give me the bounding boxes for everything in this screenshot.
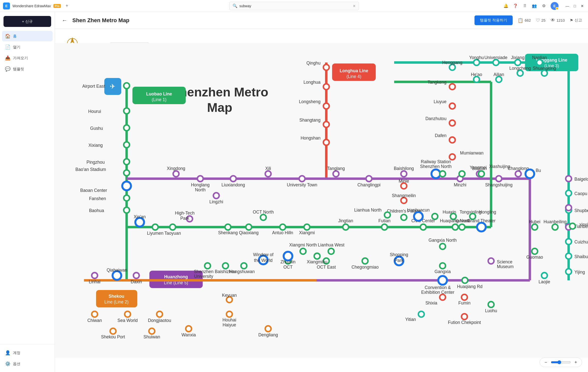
svg-point-99 [265,171,271,177]
svg-text:Bao'an Stadium: Bao'an Stadium [75,167,106,172]
svg-text:Shixia: Shixia [425,300,437,305]
svg-text:Xiangmihu: Xiangmihu [307,259,328,264]
svg-text:Xingdong: Xingdong [167,166,185,171]
svg-text:High-Tech: High-Tech [175,211,195,216]
svg-point-237 [225,224,231,230]
svg-text:OCT: OCT [283,265,293,270]
svg-point-185 [532,248,538,254]
svg-text:Shangshuijing: Shangshuijing [485,182,513,187]
svg-text:(Line 1): (Line 1) [152,97,166,102]
svg-point-131 [515,60,521,65]
zoom-controls: − + [540,358,582,367]
apps-icon[interactable]: ⠿ [522,3,528,9]
sidebar-item-options[interactable]: ⚙️ 옵션 [2,359,53,369]
settings-icon[interactable]: ⚙ [541,3,547,9]
svg-text:Chegongmiao: Chegongmiao [352,265,379,270]
bell-icon[interactable]: 🔔 [503,3,509,9]
svg-point-199 [459,224,465,230]
svg-point-145 [323,65,329,70]
sidebar-item-account[interactable]: 👤 계정 [2,348,53,358]
stats-row: 템플릿 적용하기 📋 662 ♡ 25 👁 1210 ⚑ 신고 [474,15,582,25]
svg-text:Nanlian: Nanlian [532,55,547,60]
svg-text:Longhua Line: Longhua Line [340,68,368,73]
zoom-out-button[interactable]: − [543,359,549,365]
svg-point-71 [205,263,210,269]
svg-text:Fution Chekpoint: Fution Chekpoint [448,320,481,325]
svg-point-153 [323,140,329,145]
template-title: Shen Zhen Metro Map [72,17,470,24]
zoom-in-button[interactable]: + [573,359,579,365]
community-icon[interactable]: 👥 [532,3,537,9]
svg-point-265 [149,328,155,334]
svg-point-274 [265,326,271,332]
svg-text:Shaibu: Shaibu [575,254,588,259]
svg-point-245 [304,224,310,230]
svg-point-161 [449,154,455,160]
report-button[interactable]: ⚑ 신고 [570,18,582,23]
svg-point-97 [230,176,236,181]
svg-text:Danzhutou: Danzhutou [425,116,447,121]
close-button[interactable]: ✕ [580,3,585,9]
svg-text:✈: ✈ [110,82,116,90]
svg-text:Xiangmi: Xiangmi [299,230,315,235]
svg-text:Convention &: Convention & [425,285,451,290]
report-label: 신고 [575,18,582,23]
svg-text:Shopping: Shopping [390,252,408,257]
templates-icon: 💬 [5,66,10,72]
svg-point-121 [459,171,465,177]
sidebar-label-import: 가져오기 [13,56,28,61]
avatar[interactable]: E [551,2,559,10]
avatar-badge [556,7,559,10]
svg-point-183 [552,224,558,230]
sidebar-item-templates[interactable]: 💬 템플릿 [2,64,53,74]
new-button[interactable]: + 신규 [3,16,51,27]
svg-point-216 [452,224,458,230]
svg-text:Gangxia North: Gangxia North [429,238,457,243]
svg-point-74 [223,263,228,269]
svg-text:Xiangmi North: Xiangmi North [289,242,317,247]
home-icon: 🏠 [5,33,10,39]
search-clear-button[interactable]: ✕ [353,4,356,8]
svg-text:Caopu: Caopu [575,191,587,196]
svg-point-127 [474,60,479,65]
help-icon[interactable]: ❓ [513,3,518,9]
svg-point-85 [362,258,368,264]
title-bar-left: E Wondershare EdrawMax Pro + [3,2,148,9]
apply-button[interactable]: 템플릿 적용하기 [474,15,513,25]
svg-text:Shupbei: Shupbei [575,208,588,213]
svg-text:Baoan Center: Baoan Center [80,188,107,193]
svg-text:Liuxiandong: Liuxiandong [222,182,245,187]
sidebar-item-home[interactable]: 🏠 홈 [2,31,53,41]
svg-point-197 [440,263,446,269]
new-tab-button[interactable]: + [63,2,70,9]
svg-point-118 [515,171,521,177]
back-button[interactable]: ← [61,16,68,25]
svg-text:(Line 4): (Line 4) [347,74,361,79]
svg-text:Line (Line 2): Line (Line 2) [104,299,128,304]
search-input[interactable] [239,4,351,8]
svg-text:Chiwan: Chiwan [87,318,102,323]
svg-text:Shuanglong: Shuanglong [533,66,556,71]
svg-text:Liyumen: Liyumen [147,231,163,236]
svg-text:Tanglang: Tanglang [327,166,345,171]
sidebar-item-import[interactable]: 📥 가져오기 [2,53,53,63]
svg-text:Dengliang: Dengliang [258,332,278,337]
minimize-button[interactable]: — [565,3,570,9]
svg-point-206 [440,294,446,300]
search-bar: 🔍 ✕ [229,2,359,10]
sidebar-item-open[interactable]: 📄 열기 [2,42,53,52]
svg-point-125 [449,65,455,70]
map-area[interactable]: N Station Transfer Station She [55,29,588,372]
sidebar-nav: 🏠 홈 📄 열기 📥 가져오기 💬 템플릿 [0,29,55,344]
svg-point-46 [124,159,129,164]
svg-point-210 [418,311,424,317]
svg-text:Map: Map [207,100,232,115]
svg-point-48 [124,170,129,176]
svg-point-267 [186,326,192,332]
main-content: ← Shen Zhen Metro Map 템플릿 적용하기 📋 662 ♡ 2… [55,12,588,372]
zoom-slider[interactable] [551,360,571,364]
svg-text:Xixiang: Xixiang [89,143,103,148]
svg-text:Qiahaiwan: Qiahaiwan [107,268,127,273]
svg-text:Yijing: Yijing [575,270,585,275]
maximize-button[interactable]: □ [572,3,578,9]
